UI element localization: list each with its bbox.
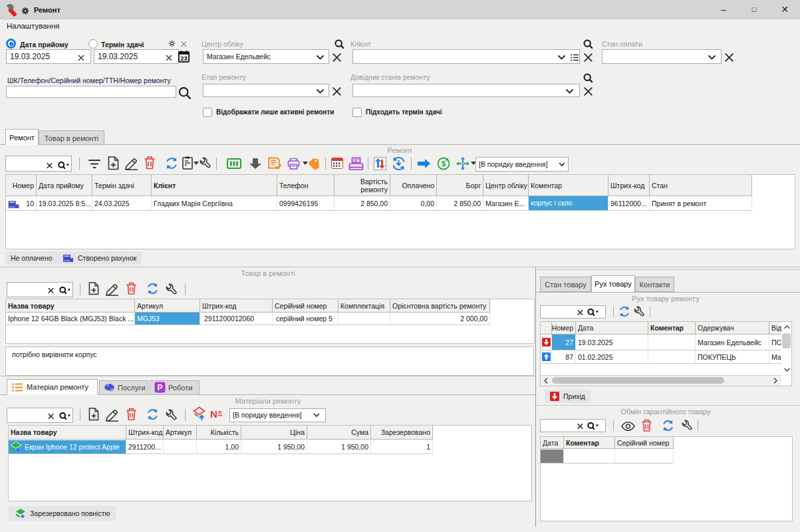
svg-text:N: N	[210, 408, 217, 420]
svg-text:$: $	[442, 160, 446, 168]
svg-text:o: o	[218, 409, 222, 416]
svg-text:23: 23	[180, 55, 188, 62]
svg-text:P: P	[157, 383, 162, 392]
